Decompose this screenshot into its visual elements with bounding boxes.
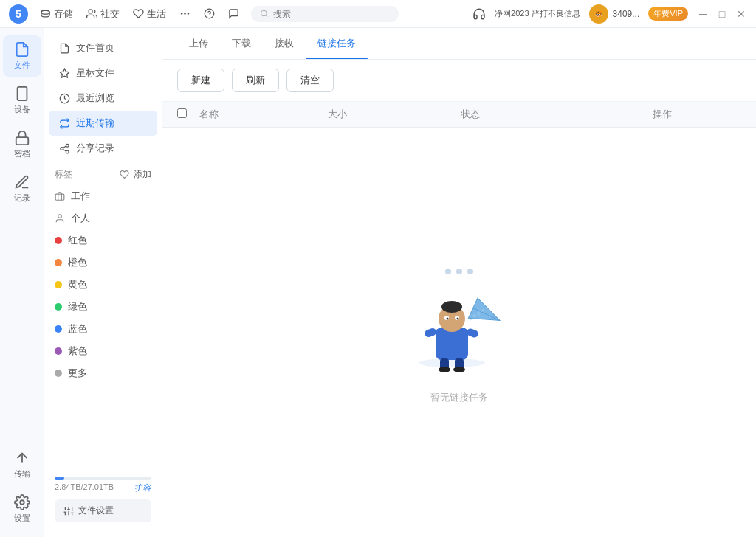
search-box[interactable] [251,6,399,22]
tag-yellow[interactable]: 黄色 [44,274,162,296]
tag-purple-label: 紫色 [68,344,87,358]
sidebar-item-file-label: 文件 [14,60,30,71]
user-icon [55,213,65,224]
th-size: 大小 [328,108,461,121]
svg-point-1 [89,10,92,13]
dot-3 [467,268,473,274]
app-logo[interactable]: 5 [9,4,28,24]
select-all-checkbox[interactable] [177,108,187,118]
svg-point-19 [61,147,63,150]
svg-marker-16 [60,69,69,77]
svg-point-40 [447,317,449,319]
svg-point-37 [441,301,462,313]
tag-orange[interactable]: 橙色 [44,252,162,274]
add-tag-button[interactable]: 添加 [134,168,151,181]
nav-message[interactable] [228,8,239,19]
svg-point-41 [457,317,459,319]
tag-green-dot [55,303,62,311]
th-action: 操作 [653,108,741,121]
nav-storage[interactable]: 存储 [40,7,73,21]
nav-share-record[interactable]: 分享记录 [49,136,157,161]
svg-point-2 [181,13,183,15]
maximize-button[interactable]: □ [716,8,728,20]
file-settings-label: 文件设置 [78,505,114,517]
tab-upload[interactable]: 上传 [177,28,220,59]
user-id: 3409... [613,9,640,19]
titlebar-right: 净网2023 严打不良信息 🐯 3409... 年费VIP ─ □ ✕ [472,4,747,24]
toolbar: 新建 刷新 清空 [162,60,756,102]
nav-recent-transfer-label: 近期传输 [76,117,114,130]
window-controls: ─ □ ✕ [697,8,747,20]
sidebar-item-lock[interactable]: 密档 [3,124,41,165]
nav-share-record-label: 分享记录 [76,142,114,155]
minimize-button[interactable]: ─ [697,8,709,20]
user-info[interactable]: 🐯 3409... [589,4,640,24]
clear-button[interactable]: 清空 [286,69,334,92]
tag-green-label: 绿色 [68,300,87,313]
svg-point-7 [261,10,267,16]
tag-more-dot [55,370,62,377]
sidebar-item-file[interactable]: 文件 [3,35,41,77]
sidebar-item-settings[interactable]: 设置 [3,488,41,530]
tag-purple[interactable]: 紫色 [44,340,162,362]
sidebar-item-transfer[interactable]: 传输 [3,444,41,485]
nav-file-home[interactable]: 文件首页 [49,35,157,60]
dot-2 [456,268,462,274]
svg-point-15 [20,500,24,505]
tag-blue[interactable]: 蓝色 [44,318,162,340]
tag-personal-label: 个人 [71,212,90,225]
briefcase-icon [55,191,65,201]
tag-more[interactable]: 更多 [44,362,162,384]
tag-orange-label: 橙色 [68,256,87,269]
search-icon [260,9,269,18]
nav-life[interactable]: 生活 [133,7,166,21]
tag-red[interactable]: 红色 [44,229,162,252]
storage-expand-button[interactable]: 扩容 [135,482,151,493]
svg-rect-23 [55,194,64,200]
sidebar-item-device[interactable]: 设备 [3,80,41,121]
storage-text: 2.84TB/27.01TB 扩容 [55,482,151,493]
vip-badge[interactable]: 年费VIP [648,7,688,21]
tag-red-dot [55,237,62,244]
tab-download[interactable]: 下载 [220,28,263,59]
svg-point-4 [188,13,190,15]
nav-starred[interactable]: 星标文件 [49,60,157,86]
sidebar-item-record-label: 记录 [14,193,30,204]
sidebar-item-record[interactable]: 记录 [3,168,41,209]
tags-heart-icon [120,170,129,179]
nav-recent[interactable]: 最近浏览 [49,86,157,111]
nav-file-home-label: 文件首页 [76,41,114,55]
nav-storage-label: 存储 [54,7,73,21]
th-checkbox[interactable] [177,108,199,120]
tag-red-label: 红色 [68,234,87,247]
nav-help[interactable] [204,8,215,19]
nav-more[interactable] [179,8,190,19]
nav-life-label: 生活 [147,7,166,21]
tag-personal[interactable]: 个人 [44,207,162,229]
storage-bar-container: 2.84TB/27.01TB 扩容 [55,477,151,493]
tag-blue-dot [55,325,62,333]
tab-receive[interactable]: 接收 [263,28,306,59]
tab-link-task[interactable]: 链接任务 [306,28,368,59]
tag-green[interactable]: 绿色 [44,296,162,318]
headphone-icon [472,7,486,21]
storage-usage: 2.84TB/27.01TB [55,482,114,493]
tag-yellow-dot [55,281,62,288]
refresh-button[interactable]: 刷新 [232,69,279,92]
file-settings-button[interactable]: 文件设置 [55,499,151,522]
left-nav-bottom: 2.84TB/27.01TB 扩容 文件设置 [44,469,162,530]
tags-section-header: 标签 添加 [44,161,162,185]
titlebar: 5 存储 社交 生活 净网 [0,0,756,28]
sidebar-item-lock-label: 密档 [14,148,30,159]
dot-1 [445,268,451,274]
svg-line-21 [63,149,66,150]
close-button[interactable]: ✕ [735,8,747,20]
nav-social[interactable]: 社交 [86,7,120,21]
main-layout: 文件 设备 密档 记录 传输 设置 文件首页 星 [0,28,756,537]
tag-work[interactable]: 工作 [44,185,162,207]
new-button[interactable]: 新建 [177,69,224,92]
search-input[interactable] [273,9,390,19]
tag-orange-dot [55,259,62,266]
th-name: 名称 [199,108,328,121]
nav-recent-transfer[interactable]: 近期传输 [49,111,157,136]
